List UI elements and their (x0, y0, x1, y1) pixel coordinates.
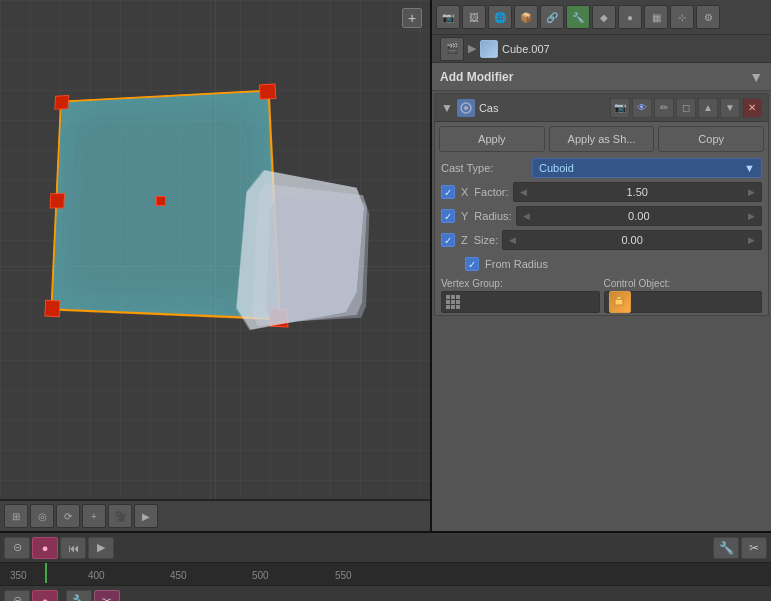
anim-btn[interactable]: ▶ (134, 504, 158, 528)
bottom-wrench-btn[interactable]: 🔧 (66, 590, 92, 602)
breadcrumb-bar: 🎬 ▶ Cube.007 (432, 35, 771, 63)
mod-viewport-visibility[interactable]: 👁 (632, 98, 652, 118)
handle-top-right (259, 84, 276, 100)
vertex-group-field[interactable] (441, 291, 600, 313)
ruler-mark-400: 400 (88, 570, 105, 581)
jump-start-btn[interactable]: ⏮ (60, 537, 86, 559)
timeline-scissors-btn[interactable]: ✂ (741, 537, 767, 559)
cast-type-row: Cast Type: Cuboid ▼ (435, 156, 768, 180)
bottom-record-btn[interactable]: ● (32, 590, 58, 602)
mod-edit-visibility[interactable]: ✏ (654, 98, 674, 118)
factor-label: Factor: (474, 186, 508, 198)
z-checkbox[interactable]: ✓ (441, 233, 455, 247)
properties-panel: Add Modifier ▼ ▼ Cas 📷 (432, 63, 771, 531)
y-label: Y (461, 210, 468, 222)
factor-value: 1.50 (627, 186, 648, 198)
cast-type-label: Cast Type: (441, 162, 526, 174)
texture-icon-btn[interactable]: ▦ (644, 5, 668, 29)
handle-center (156, 196, 166, 206)
vertex-control-row: Vertex Group: Control Object: (435, 276, 768, 315)
render-icon-btn[interactable]: 🖼 (462, 5, 486, 29)
constraints-btn[interactable]: 🔗 (540, 5, 564, 29)
cast-shape-inner (266, 197, 370, 322)
mod-render-visibility[interactable]: 📷 (610, 98, 630, 118)
add-modifier-arrow: ▼ (749, 69, 763, 85)
size-label: Size: (474, 234, 498, 246)
factor-right-arrow: ▶ (748, 187, 755, 197)
particles-icon-btn[interactable]: ⊹ (670, 5, 694, 29)
select-mode-btn[interactable]: ◎ (30, 504, 54, 528)
object-icon-btn[interactable]: 📦 (514, 5, 538, 29)
dropdown-arrow-icon: ▼ (744, 162, 755, 174)
bottom-play-controls: ⊝ ● 🔧 ✂ (0, 585, 771, 601)
modifier-actions: Apply Apply as Sh... Copy (435, 122, 768, 156)
mod-down-btn[interactable]: ▼ (720, 98, 740, 118)
radius-right-arrow: ▶ (748, 211, 755, 221)
radius-value: 0.00 (628, 210, 649, 222)
ruler-mark-500: 500 (252, 570, 269, 581)
modifier-card-cast: ▼ Cas 📷 👁 ✏ ◻ ▲ ▼ (434, 93, 769, 316)
timeline-wrench-btn[interactable]: 🔧 (713, 537, 739, 559)
data-icon-btn[interactable]: ◆ (592, 5, 616, 29)
svg-rect-2 (615, 299, 623, 305)
mod-type-icon (457, 99, 475, 117)
cast-type-dropdown[interactable]: Cuboid ▼ (532, 158, 762, 178)
mod-close-btn[interactable]: ✕ (742, 98, 762, 118)
record-btn[interactable]: ● (32, 537, 58, 559)
timeline-playhead[interactable] (45, 563, 47, 583)
handle-mid-left (50, 193, 65, 208)
mod-expand-arrow[interactable]: ▼ (441, 101, 453, 115)
add-modifier-header[interactable]: Add Modifier ▼ (432, 63, 771, 91)
viewport-bottom-toolbar: ⊞ ◎ ⟳ + 🎥 ▶ (0, 499, 430, 531)
world-icon-btn[interactable]: 🌐 (488, 5, 512, 29)
ruler-mark-350: 350 (10, 570, 27, 581)
x-label: X (461, 186, 468, 198)
transform-btn[interactable]: ⟳ (56, 504, 80, 528)
from-radius-checkbox[interactable]: ✓ (465, 257, 479, 271)
bottom-scissors-btn[interactable]: ✂ (94, 590, 120, 602)
tools-btn[interactable]: + (82, 504, 106, 528)
handle-bottom-left (44, 300, 60, 317)
radius-label: Radius: (474, 210, 511, 222)
apply-as-shape-button[interactable]: Apply as Sh... (549, 126, 655, 152)
object-name-label: Cube.007 (502, 43, 550, 55)
cast-type-value: Cuboid (539, 162, 574, 174)
copy-button[interactable]: Copy (658, 126, 764, 152)
anim-snap-btn[interactable]: ⊝ (4, 537, 30, 559)
add-modifier-title: Add Modifier (440, 70, 513, 84)
x-checkbox[interactable]: ✓ (441, 185, 455, 199)
wrench-icon-btn[interactable]: 🔧 (566, 5, 590, 29)
from-radius-label: From Radius (485, 258, 548, 270)
y-checkbox[interactable]: ✓ (441, 209, 455, 223)
control-object-field[interactable] (604, 291, 763, 313)
size-right-arrow: ▶ (748, 235, 755, 245)
radius-field[interactable]: ◀ 0.00 ▶ (516, 206, 762, 226)
camera-icon-btn[interactable]: 📷 (436, 5, 460, 29)
z-label: Z (461, 234, 468, 246)
size-field[interactable]: ◀ 0.00 ▶ (502, 230, 762, 250)
timeline-header: ⊝ ● ⏮ ▶ 🔧 ✂ (0, 533, 771, 563)
viewport-3d[interactable]: + ⊞ ◎ ⟳ + 🎥 ▶ (0, 0, 432, 531)
scene-icon[interactable]: 🎬 (440, 37, 464, 61)
svg-point-1 (464, 106, 468, 110)
play-btn[interactable]: ▶ (88, 537, 114, 559)
radius-left-arrow: ◀ (523, 211, 530, 221)
apply-button[interactable]: Apply (439, 126, 545, 152)
vertex-group-label: Vertex Group: (441, 278, 600, 289)
factor-field[interactable]: ◀ 1.50 ▶ (513, 182, 762, 202)
modifier-name-label: Cas (479, 102, 606, 114)
physics-icon-btn[interactable]: ⚙ (696, 5, 720, 29)
view-menu-btn[interactable]: ⊞ (4, 504, 28, 528)
size-left-arrow: ◀ (509, 235, 516, 245)
timeline-area: ⊝ ● ⏮ ▶ 🔧 ✂ 350 400 450 500 550 ⊝ ● 🔧 ✂ (0, 531, 771, 601)
mod-up-btn[interactable]: ▲ (698, 98, 718, 118)
material-icon-btn[interactable]: ● (618, 5, 642, 29)
mod-cage-btn[interactable]: ◻ (676, 98, 696, 118)
bottom-snap-btn[interactable]: ⊝ (4, 590, 30, 602)
modifier-header: ▼ Cas 📷 👁 ✏ ◻ ▲ ▼ (435, 94, 768, 122)
render-btn[interactable]: 🎥 (108, 504, 132, 528)
cast-deformed-object (240, 180, 400, 360)
vertex-group-col: Vertex Group: (441, 278, 600, 313)
right-panel: 📷 🖼 🌐 📦 🔗 🔧 ◆ ● ▦ ⊹ ⚙ 🎬 ▶ Cube.007 Add M… (432, 0, 771, 531)
viewport-plus-button[interactable]: + (402, 8, 422, 28)
